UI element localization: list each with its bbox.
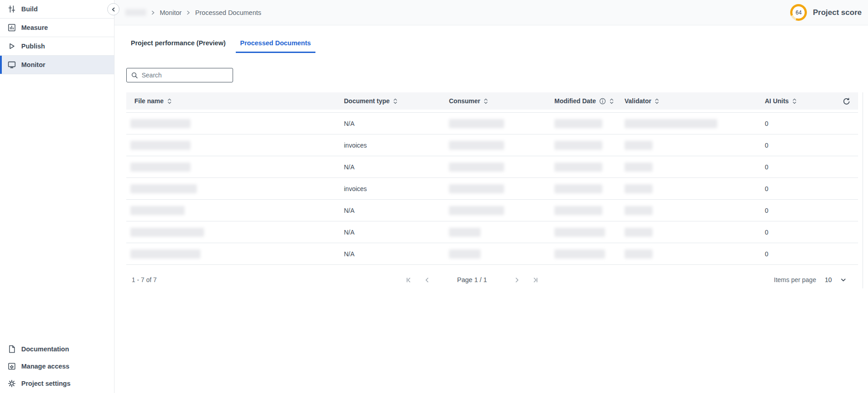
project-score-ring: 64 bbox=[790, 4, 807, 21]
sort-icon bbox=[167, 98, 172, 105]
tab-project-performance-preview[interactable]: Project performance (Preview) bbox=[126, 34, 230, 53]
page-indicator: Page 1 / 1 bbox=[457, 276, 487, 283]
redacted-consumer bbox=[449, 249, 481, 259]
ai-units-value: 0 bbox=[765, 250, 768, 258]
next-page-icon[interactable] bbox=[513, 276, 521, 284]
sidebar-item-documentation[interactable]: Documentation bbox=[0, 340, 114, 358]
redacted-validator bbox=[625, 119, 717, 128]
first-page-icon[interactable] bbox=[405, 276, 412, 284]
table-row[interactable]: N/A 0 bbox=[126, 200, 858, 221]
redacted-consumer bbox=[449, 184, 504, 193]
breadcrumb-item-processed-documents[interactable]: Processed Documents bbox=[195, 9, 261, 16]
column-header-file-name[interactable]: File name bbox=[126, 97, 344, 105]
tab-processed-documents[interactable]: Processed Documents bbox=[236, 34, 315, 53]
ai-units-value: 0 bbox=[765, 185, 768, 192]
previous-page-icon[interactable] bbox=[423, 276, 431, 284]
redacted-file-name bbox=[130, 163, 191, 172]
document-type-value: N/A bbox=[344, 207, 354, 214]
main-content-card: Project performance (Preview)Processed D… bbox=[114, 25, 868, 393]
redacted-consumer bbox=[449, 228, 481, 237]
table-row[interactable]: N/A 0 bbox=[126, 156, 858, 178]
redacted-modified-date bbox=[554, 141, 602, 150]
sidebar-item-monitor[interactable]: Monitor bbox=[0, 56, 114, 74]
ai-units-value: 0 bbox=[765, 142, 768, 149]
chevron-down-icon[interactable] bbox=[840, 277, 846, 283]
column-header-ai-units[interactable]: AI Units bbox=[765, 97, 837, 105]
redacted-validator bbox=[625, 163, 653, 172]
column-header-consumer[interactable]: Consumer bbox=[449, 97, 554, 105]
column-header-document-type[interactable]: Document type bbox=[344, 97, 449, 105]
ai-units-value: 0 bbox=[765, 163, 768, 171]
manage-access-icon bbox=[7, 362, 16, 371]
redacted-file-name bbox=[130, 184, 197, 193]
redacted-modified-date bbox=[554, 206, 602, 215]
redacted-consumer bbox=[449, 119, 504, 128]
document-type-value: invoices bbox=[344, 185, 367, 192]
chevron-right-icon bbox=[150, 10, 156, 15]
redacted-consumer bbox=[449, 163, 504, 172]
items-per-page-control[interactable]: Items per page 10 bbox=[774, 270, 846, 290]
items-per-page-label: Items per page bbox=[774, 276, 816, 283]
table-refresh-cell bbox=[837, 97, 858, 105]
refresh-icon[interactable] bbox=[842, 97, 851, 105]
table-body: N/A 0 invoices 0 N/A 0 invoices 0 N/A bbox=[126, 112, 858, 265]
table-row[interactable]: invoices 0 bbox=[126, 134, 858, 156]
document-type-value: N/A bbox=[344, 120, 354, 127]
processed-documents-page: { "colors": { "accent_blue": "#2364d2", … bbox=[0, 0, 868, 393]
redacted-validator bbox=[625, 206, 653, 215]
sort-icon bbox=[483, 98, 488, 105]
project-score-value: 64 bbox=[792, 6, 805, 19]
sidebar-item-publish[interactable]: Publish bbox=[0, 37, 114, 56]
topbar: MonitorProcessed Documents 64 Project sc… bbox=[114, 0, 868, 25]
redacted-validator bbox=[625, 141, 653, 150]
info-icon[interactable] bbox=[599, 98, 606, 105]
table-row[interactable]: N/A 0 bbox=[126, 243, 858, 265]
pagination-range: 1 - 7 of 7 bbox=[132, 270, 157, 290]
project-score[interactable]: 64 Project score bbox=[790, 4, 862, 21]
sidebar-collapse-button[interactable] bbox=[107, 3, 119, 15]
sidebar-item-measure[interactable]: Measure bbox=[0, 19, 114, 37]
table-row[interactable]: N/A 0 bbox=[126, 221, 858, 243]
breadcrumb-item-monitor[interactable]: Monitor bbox=[160, 9, 181, 16]
project-score-label: Project score bbox=[813, 8, 862, 17]
table-row[interactable]: N/A 0 bbox=[126, 113, 858, 134]
search-box bbox=[126, 68, 233, 82]
sidebar-footer-nav: Documentation Manage access Project sett… bbox=[0, 340, 114, 392]
redacted-file-name bbox=[130, 119, 191, 128]
ai-units-value: 0 bbox=[765, 120, 768, 127]
redacted-modified-date bbox=[554, 163, 602, 172]
last-page-icon[interactable] bbox=[532, 276, 539, 284]
pagination-bar: 1 - 7 of 7 Page 1 / 1 Items per page 10 bbox=[126, 270, 858, 290]
processed-documents-table: File name Document type Consumer Modifie… bbox=[126, 92, 858, 265]
sort-icon bbox=[792, 98, 797, 105]
sort-icon bbox=[654, 98, 659, 105]
gear-icon bbox=[7, 379, 16, 388]
sidebar-item-project-settings[interactable]: Project settings bbox=[0, 375, 114, 392]
monitor-icon bbox=[7, 60, 16, 69]
document-type-value: invoices bbox=[344, 142, 367, 149]
sidebar-item-build[interactable]: Build bbox=[0, 0, 114, 19]
sort-icon bbox=[393, 98, 398, 105]
sort-icon bbox=[609, 98, 614, 105]
redacted-file-name bbox=[130, 141, 191, 150]
redacted-consumer bbox=[449, 141, 504, 150]
tab-bar: Project performance (Preview)Processed D… bbox=[126, 34, 315, 53]
table-row[interactable]: invoices 0 bbox=[126, 178, 858, 200]
search-input[interactable] bbox=[142, 68, 233, 82]
search-icon bbox=[131, 72, 138, 79]
redacted-modified-date bbox=[554, 249, 605, 259]
redacted-validator bbox=[625, 228, 653, 237]
play-icon bbox=[7, 42, 16, 51]
document-type-value: N/A bbox=[344, 229, 354, 236]
column-header-validator[interactable]: Validator bbox=[625, 97, 765, 105]
sidebar-item-manage-access[interactable]: Manage access bbox=[0, 358, 114, 375]
sidebar: Build Measure Publish Monitor Documentat… bbox=[0, 0, 114, 393]
document-type-value: N/A bbox=[344, 163, 354, 171]
column-header-modified-date[interactable]: Modified Date bbox=[554, 97, 625, 105]
chevron-left-icon bbox=[111, 7, 116, 12]
redacted-modified-date bbox=[554, 184, 602, 193]
sidebar-nav: Build Measure Publish Monitor bbox=[0, 0, 114, 74]
breadcrumb: MonitorProcessed Documents bbox=[125, 9, 261, 16]
redacted-file-name bbox=[130, 228, 204, 237]
table-header-row: File name Document type Consumer Modifie… bbox=[126, 92, 858, 110]
